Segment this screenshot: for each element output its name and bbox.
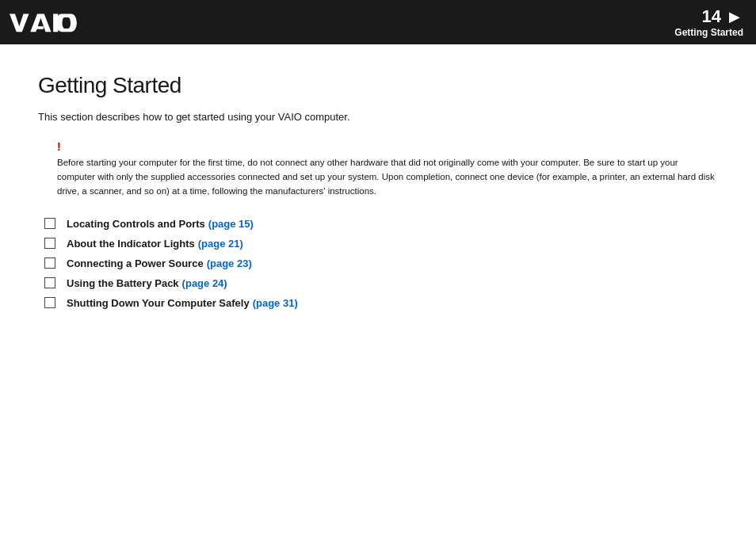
checkbox-icon bbox=[44, 257, 55, 269]
warning-box: ! Before starting your computer for the … bbox=[57, 139, 718, 199]
warning-exclamation: ! bbox=[57, 139, 718, 155]
header-section-title: Getting Started bbox=[674, 27, 743, 38]
toc-item-label: Shutting Down Your Computer Safely bbox=[67, 297, 250, 309]
logo-area bbox=[10, 11, 86, 33]
nav-arrow: ▶ bbox=[729, 8, 740, 25]
toc-item: Using the Battery Pack (page 24) bbox=[44, 277, 718, 289]
toc-item-link[interactable]: (page 31) bbox=[253, 297, 298, 309]
toc-item-label: Using the Battery Pack bbox=[67, 277, 179, 289]
toc-item-label: About the Indicator Lights bbox=[67, 238, 195, 250]
intro-text: This section describes how to get starte… bbox=[38, 109, 718, 125]
toc-item-label: Locating Controls and Ports bbox=[67, 218, 205, 230]
toc-list: Locating Controls and Ports (page 15)Abo… bbox=[44, 218, 718, 309]
checkbox-icon bbox=[44, 238, 55, 249]
toc-item-link[interactable]: (page 15) bbox=[208, 218, 254, 230]
checkbox-icon bbox=[44, 297, 55, 308]
toc-item-link[interactable]: (page 24) bbox=[182, 277, 227, 289]
svg-rect-2 bbox=[34, 26, 44, 29]
toc-item-label: Connecting a Power Source bbox=[67, 257, 204, 269]
toc-item-link[interactable]: (page 23) bbox=[207, 257, 252, 269]
header-right-block: 14 ▶ Getting Started bbox=[674, 6, 743, 38]
page-number: 14 bbox=[702, 6, 721, 27]
checkbox-icon bbox=[44, 218, 55, 229]
toc-item-link[interactable]: (page 21) bbox=[198, 238, 243, 250]
toc-item: Shutting Down Your Computer Safely (page… bbox=[44, 297, 718, 309]
checkbox-icon bbox=[44, 277, 55, 288]
page-title: Getting Started bbox=[38, 73, 718, 98]
svg-marker-0 bbox=[10, 14, 29, 32]
vaio-logo bbox=[10, 11, 86, 33]
toc-item: Locating Controls and Ports (page 15) bbox=[44, 218, 718, 230]
main-content: Getting Started This section describes h… bbox=[0, 44, 756, 345]
warning-text: Before starting your computer for the fi… bbox=[57, 156, 718, 198]
toc-item: Connecting a Power Source (page 23) bbox=[44, 257, 718, 269]
svg-marker-1 bbox=[30, 14, 51, 32]
toc-item: About the Indicator Lights (page 21) bbox=[44, 238, 718, 250]
header: 14 ▶ Getting Started bbox=[0, 0, 756, 44]
